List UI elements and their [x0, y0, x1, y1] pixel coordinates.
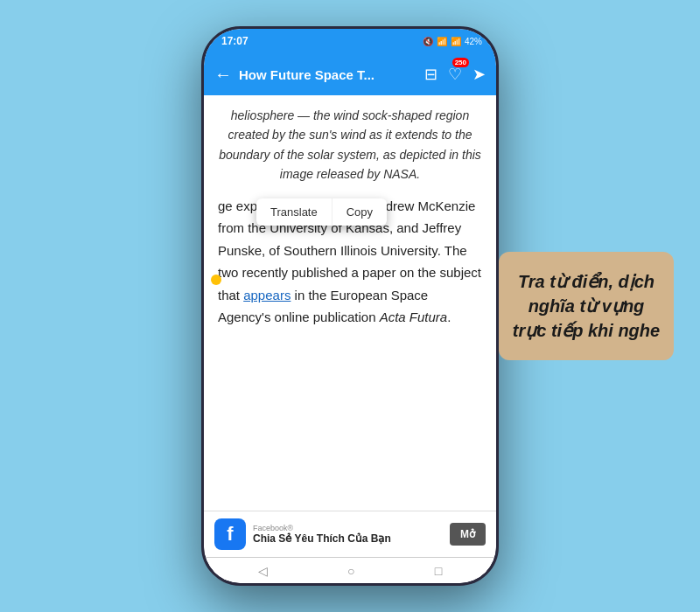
side-panel-text: Tra từ điển, dịch nghĩa từ vựng trực tiế…: [512, 269, 661, 343]
back-nav-icon[interactable]: ◁: [258, 564, 268, 578]
status-time: 17:07: [221, 35, 248, 47]
heart-count: 250: [452, 58, 469, 67]
fb-logo: f: [214, 518, 246, 550]
phone-frame: 17:07 🔇 📶 📶 42% ← How Future Space T... …: [201, 26, 499, 586]
fb-sponsored: Facebook®: [253, 524, 443, 532]
recents-nav-icon[interactable]: □: [435, 564, 442, 578]
back-button[interactable]: ←: [214, 65, 232, 85]
fb-text: Facebook® Chia Sẻ Yêu Thích Của Bạn: [253, 524, 443, 545]
signal-icon: 📶: [451, 37, 461, 46]
status-icons: 🔇 📶 📶 42%: [423, 37, 482, 46]
context-menu: Translate Copy: [256, 198, 387, 226]
fb-open-button[interactable]: Mở: [450, 523, 486, 546]
battery-icon: 42%: [465, 37, 482, 46]
article-ending: .: [447, 309, 451, 324]
side-panel: Tra từ điển, dịch nghĩa từ vựng trực tiế…: [499, 252, 674, 360]
nav-title: How Future Space T...: [239, 67, 417, 82]
fb-title: Chia Sẻ Yêu Thích Của Bạn: [253, 532, 443, 545]
scene: 17:07 🔇 📶 📶 42% ← How Future Space T... …: [0, 0, 700, 612]
content-area: heliosphere — the wind sock-shaped regio…: [204, 95, 496, 511]
phone-screen: 17:07 🔇 📶 📶 42% ← How Future Space T... …: [204, 29, 496, 583]
copy-button[interactable]: Copy: [332, 198, 387, 226]
bottom-navigation: ◁ ○ □: [204, 557, 496, 583]
heart-button[interactable]: ♡ 250: [448, 65, 462, 84]
status-bar: 17:07 🔇 📶 📶 42%: [204, 29, 496, 53]
mute-icon: 🔇: [423, 37, 433, 46]
wifi-icon: 📶: [437, 37, 447, 46]
fb-ad-bar: f Facebook® Chia Sẻ Yêu Thích Của Bạn Mở: [204, 511, 496, 557]
yellow-dot-indicator: [211, 275, 221, 285]
italic-title: Acta Futura: [380, 309, 448, 324]
share-icon[interactable]: ➤: [472, 65, 486, 84]
italic-paragraph: heliosphere — the wind sock-shaped regio…: [218, 106, 482, 184]
nav-icons: ⊟ ♡ 250 ➤: [424, 65, 486, 84]
nav-bar: ← How Future Space T... ⊟ ♡ 250 ➤: [204, 53, 496, 95]
link-appears[interactable]: appears: [243, 288, 290, 303]
filter-icon[interactable]: ⊟: [424, 65, 438, 84]
translate-button[interactable]: Translate: [256, 198, 332, 226]
home-nav-icon[interactable]: ○: [347, 564, 354, 578]
